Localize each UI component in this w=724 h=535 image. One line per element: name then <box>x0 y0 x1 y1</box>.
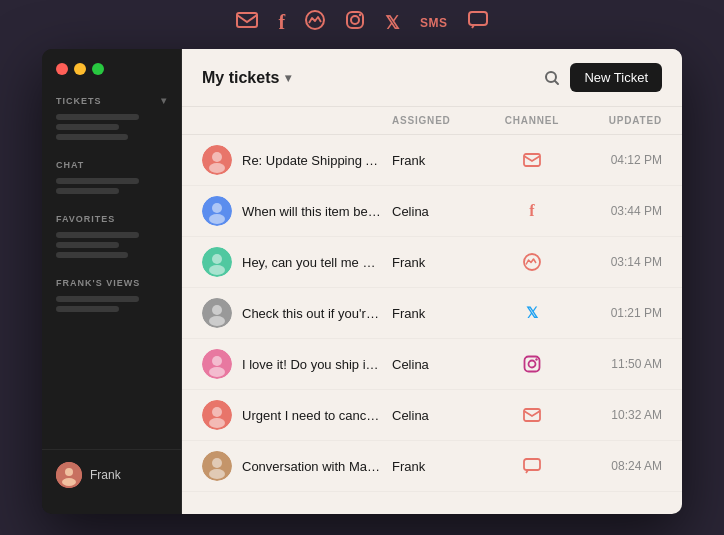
chat-icon <box>521 455 543 477</box>
ticket-assigned: Celina <box>392 204 492 219</box>
ticket-updated: 08:24 AM <box>572 459 662 473</box>
ticket-assigned: Celina <box>392 357 492 372</box>
ticket-updated: 10:32 AM <box>572 408 662 422</box>
svg-rect-5 <box>469 12 487 25</box>
table-row[interactable]: Re: Update Shipping Address Frank 04:12 … <box>182 135 682 186</box>
svg-point-15 <box>212 203 222 213</box>
svg-rect-37 <box>524 459 540 470</box>
minimize-dot[interactable] <box>74 63 86 75</box>
sidebar-section-favorites: Favorites <box>42 208 181 262</box>
sidebar-label-tickets[interactable]: Tickets ▾ <box>42 89 181 110</box>
ticket-subject: I love it! Do you ship in Europe? <box>242 357 392 372</box>
email-icon <box>521 404 543 426</box>
sidebar-section-tickets: Tickets ▾ <box>42 89 181 144</box>
table-row[interactable]: I love it! Do you ship in Europe? Celina… <box>182 339 682 390</box>
svg-point-7 <box>65 468 73 476</box>
sidebar-section-frank-views: Frank's Views <box>42 272 181 316</box>
col-subject <box>242 115 392 126</box>
ticket-table: Assigned Channel Updated Re: Update Ship… <box>182 107 682 514</box>
ticket-updated: 01:21 PM <box>572 306 662 320</box>
user-avatar <box>56 462 82 488</box>
sms-channel-icon[interactable]: SMS <box>420 16 448 30</box>
header-actions: New Ticket <box>544 63 662 92</box>
ticket-channel: f <box>492 200 572 222</box>
svg-rect-0 <box>237 13 257 27</box>
ticket-channel: 𝕏 <box>492 302 572 324</box>
svg-point-3 <box>351 16 359 24</box>
sidebar: Tickets ▾ Chat Favorites <box>42 49 182 514</box>
col-avatar <box>202 115 242 126</box>
tickets-title[interactable]: My tickets ▾ <box>202 69 291 87</box>
table-header: Assigned Channel Updated <box>182 107 682 135</box>
ticket-subject: Re: Update Shipping Address <box>242 153 392 168</box>
close-dot[interactable] <box>56 63 68 75</box>
svg-point-25 <box>212 356 222 366</box>
svg-point-31 <box>212 407 222 417</box>
channel-bar: f 𝕏 SMS <box>236 0 487 49</box>
sidebar-item-line <box>56 242 119 248</box>
col-channel: Channel <box>492 115 572 126</box>
ticket-avatar <box>202 451 232 481</box>
sidebar-item-line <box>56 178 139 184</box>
ticket-channel <box>492 404 572 426</box>
tickets-arrow-icon: ▾ <box>161 95 167 106</box>
sidebar-item-line <box>56 232 139 238</box>
ticket-avatar <box>202 145 232 175</box>
svg-point-16 <box>209 214 225 224</box>
ticket-assigned: Frank <box>392 153 492 168</box>
sidebar-item-line <box>56 124 119 130</box>
main-window: Tickets ▾ Chat Favorites <box>42 49 682 514</box>
sidebar-item-line <box>56 306 119 312</box>
main-content: My tickets ▾ New Ticket <box>182 49 682 514</box>
sidebar-item-line <box>56 252 128 258</box>
title-chevron-icon: ▾ <box>285 71 291 85</box>
ticket-subject: Conversation with Matthew <box>242 459 392 474</box>
svg-point-26 <box>209 367 225 377</box>
facebook-icon: f <box>521 200 543 222</box>
messenger-icon <box>521 251 543 273</box>
ticket-subject: Urgent I need to cancel my order <box>242 408 392 423</box>
ticket-subject: Hey, can you tell me where is my order? <box>242 255 392 270</box>
twitter-channel-icon[interactable]: 𝕏 <box>385 12 400 34</box>
ticket-assigned: Frank <box>392 459 492 474</box>
chat-channel-icon[interactable] <box>468 11 488 34</box>
screen-wrapper: f 𝕏 SMS <box>0 0 724 535</box>
sidebar-label-frank-views[interactable]: Frank's Views <box>42 272 181 292</box>
ticket-channel <box>492 353 572 375</box>
ticket-assigned: Frank <box>392 255 492 270</box>
email-channel-icon[interactable] <box>236 12 258 33</box>
sidebar-label-chat[interactable]: Chat <box>42 154 181 174</box>
svg-point-32 <box>209 418 225 428</box>
maximize-dot[interactable] <box>92 63 104 75</box>
new-ticket-button[interactable]: New Ticket <box>570 63 662 92</box>
ticket-avatar <box>202 349 232 379</box>
twitter-icon: 𝕏 <box>521 302 543 324</box>
ticket-channel <box>492 455 572 477</box>
sidebar-label-favorites[interactable]: Favorites <box>42 208 181 228</box>
facebook-channel-icon[interactable]: f <box>278 11 285 34</box>
table-row[interactable]: Check this out if you're looking for... … <box>182 288 682 339</box>
table-row[interactable]: When will this item become avail... Celi… <box>182 186 682 237</box>
sidebar-item-line <box>56 188 119 194</box>
table-row[interactable]: Urgent I need to cancel my order Celina … <box>182 390 682 441</box>
ticket-assigned: Celina <box>392 408 492 423</box>
svg-point-11 <box>212 152 222 162</box>
search-button[interactable] <box>544 70 560 86</box>
sidebar-footer: Frank <box>42 449 181 500</box>
messenger-channel-icon[interactable] <box>305 10 325 35</box>
svg-point-18 <box>212 254 222 264</box>
ticket-updated: 11:50 AM <box>572 357 662 371</box>
svg-point-12 <box>209 163 225 173</box>
ticket-rows-container: Re: Update Shipping Address Frank 04:12 … <box>182 135 682 492</box>
window-controls <box>42 63 181 89</box>
ticket-avatar <box>202 298 232 328</box>
ticket-avatar <box>202 247 232 277</box>
table-row[interactable]: Conversation with Matthew Frank 08:24 AM <box>182 441 682 492</box>
email-icon <box>521 149 543 171</box>
instagram-channel-icon[interactable] <box>345 10 365 35</box>
svg-point-23 <box>209 316 225 326</box>
ticket-updated: 03:14 PM <box>572 255 662 269</box>
table-row[interactable]: Hey, can you tell me where is my order? … <box>182 237 682 288</box>
svg-point-36 <box>209 469 225 479</box>
sidebar-item-line <box>56 114 139 120</box>
